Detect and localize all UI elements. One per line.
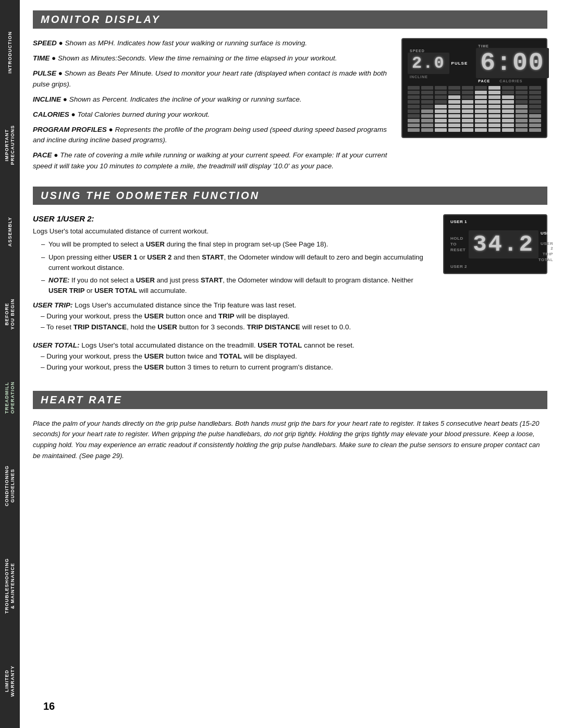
user-total-block: USER TOTAL: Logs User's total accumulate… — [33, 340, 427, 373]
bar-dot — [516, 105, 528, 108]
odo-trip-right: TRIP — [538, 252, 553, 256]
calories-label: CALORIES — [499, 79, 522, 83]
monitor-display-diagram: SPEED 2.0 PULSE INCLINE TIME — [401, 38, 547, 138]
monitor-display-header: Monitor Display — [33, 10, 547, 29]
bar-dot — [435, 109, 447, 113]
pace-label: PACE — [478, 79, 490, 83]
sidebar-item-before-you-begin[interactable]: BeforeYou Begin — [3, 294, 17, 334]
bar-dot — [408, 100, 420, 104]
sidebar-item-introduction[interactable]: Introduction — [6, 27, 14, 78]
sidebar: Introduction ImportantPrecautions Assemb… — [0, 0, 20, 728]
odo-total-right: TOTAL — [538, 257, 553, 262]
bar-dot — [529, 119, 541, 122]
bar-dot — [475, 128, 487, 132]
bar-col-2 — [421, 86, 433, 132]
bar-dot — [462, 105, 474, 108]
sidebar-item-troubleshooting-maintenance[interactable]: Troubleshooting& Maintenance — [3, 554, 17, 618]
user-trip-block: USER TRIP: Logs User's accumulated dista… — [33, 300, 427, 333]
speed-description: SPEED ● Shown as MPH. Indicates how fast… — [33, 38, 391, 49]
display-top-row: SPEED 2.0 PULSE INCLINE TIME — [408, 44, 541, 83]
bar-dot — [421, 109, 433, 113]
bar-dot — [516, 100, 528, 104]
bar-dot — [488, 124, 500, 127]
odometer-display: USER 1 HOLD TO RESET 34.2 ▶ USER 1 USER … — [443, 214, 547, 274]
sidebar-item-conditioning-guidelines[interactable]: ConditioningGuidelines — [3, 461, 17, 511]
bar-dot — [502, 128, 514, 132]
bar-dot — [421, 124, 433, 127]
main-content: Monitor Display SPEED ● Shown as MPH. In… — [20, 0, 563, 728]
bar-dot — [475, 91, 487, 94]
bar-dot — [502, 100, 514, 104]
bar-dot — [488, 109, 500, 113]
odometer-intro: Logs User's total accumulated distance o… — [33, 226, 427, 237]
bar-dot — [488, 100, 500, 104]
bar-dot — [448, 114, 460, 118]
odo-user1-top-label: USER 1 — [450, 219, 467, 224]
bar-dot — [421, 119, 433, 122]
bar-dot — [502, 109, 514, 113]
hold-to-reset-label: HOLD — [450, 236, 466, 241]
incline-description: INCLINE ● Shown as Percent. Indicates th… — [33, 94, 391, 105]
bar-dot — [435, 128, 447, 132]
bar-dot — [448, 124, 460, 127]
bar-dot — [462, 128, 474, 132]
bar-col-9 — [516, 86, 528, 132]
bar-dot — [502, 105, 514, 108]
bar-dot — [529, 128, 541, 132]
sidebar-item-important-precautions[interactable]: ImportantPrecautions — [3, 121, 17, 169]
heart-rate-section: Heart Rate Place the palm of your hands … — [33, 391, 547, 462]
bar-dot — [448, 109, 460, 113]
sidebar-item-treadmill-operation[interactable]: TreadmillOperation — [3, 377, 17, 418]
bar-dot — [448, 100, 460, 104]
bar-dot — [435, 95, 447, 99]
bar-dot — [475, 100, 487, 104]
bar-dot — [408, 128, 420, 132]
pace-description: PACE ● The rate of covering a mile while… — [33, 150, 391, 172]
program-profile-bars — [408, 86, 541, 132]
time-description: TIME ● Shown as Minutes:Seconds. View th… — [33, 53, 391, 64]
bar-dot — [529, 114, 541, 118]
bar-dot — [448, 105, 460, 108]
bar-dot — [516, 86, 528, 90]
monitor-display-content: SPEED ● Shown as MPH. Indicates how fast… — [33, 38, 547, 176]
speed-value: 2.0 — [408, 53, 449, 74]
user-subsection-title: USER 1/USER 2: — [33, 214, 427, 223]
bar-dot — [502, 95, 514, 99]
bar-dot — [502, 114, 514, 118]
bar-dot — [516, 95, 528, 99]
bar-dot — [408, 105, 420, 108]
pulse-indicator: PULSE — [451, 61, 468, 66]
odometer-bullet-2: Upon pressing either USER 1 or USER 2 an… — [43, 252, 427, 273]
bar-dot — [448, 95, 460, 99]
bar-dot — [408, 86, 420, 90]
bar-dot — [529, 100, 541, 104]
bar-dot — [516, 109, 528, 113]
bar-dot — [462, 124, 474, 127]
heart-rate-header: Heart Rate — [33, 391, 547, 409]
bar-dot — [462, 91, 474, 94]
calories-description: CALORIES ● Total Calories burned during … — [33, 109, 391, 120]
bar-dot — [475, 124, 487, 127]
bar-dot — [421, 128, 433, 132]
bar-dot — [475, 105, 487, 108]
bar-dot — [488, 105, 500, 108]
bar-col-7 — [488, 86, 500, 132]
odometer-section: Using The Odometer Function USER 1/USER … — [33, 187, 547, 380]
speed-label: SPEED — [410, 49, 425, 53]
bar-dot — [529, 109, 541, 113]
bar-dot — [462, 109, 474, 113]
odometer-bullets: You will be prompted to select a USER du… — [43, 239, 427, 296]
bar-dot — [488, 86, 500, 90]
odometer-header: Using The Odometer Function — [33, 187, 547, 205]
bar-dot — [488, 95, 500, 99]
bar-col-8 — [502, 86, 514, 132]
odometer-content: USER 1/USER 2: Logs User's total accumul… — [33, 214, 547, 380]
bar-dot — [408, 119, 420, 122]
sidebar-item-limited-warranty[interactable]: LimitedWarranty — [3, 661, 17, 701]
bar-dot — [435, 119, 447, 122]
sidebar-item-assembly[interactable]: Assembly — [6, 213, 14, 251]
hold-to-reset-label2: TO — [450, 242, 466, 246]
bar-dot — [462, 114, 474, 118]
incline-label: INCLINE — [410, 75, 428, 79]
monitor-text: SPEED ● Shown as MPH. Indicates how fast… — [33, 38, 391, 176]
